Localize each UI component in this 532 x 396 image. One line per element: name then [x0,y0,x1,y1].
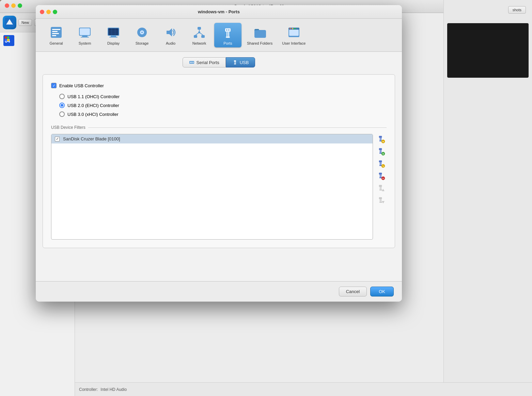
modal-content: Serial Ports USB ✓ Enable USB [36,52,402,254]
subtab-usb[interactable]: USB [226,57,255,67]
usb20-row[interactable]: USB 2.0 (EHCI) Controller [59,103,387,108]
svg-rect-19 [111,36,116,37]
svg-rect-57 [380,138,380,140]
svg-rect-81 [380,187,380,189]
svg-rect-85 [379,197,382,199]
ports-label: Ports [223,41,232,45]
audio-label: Audio [166,41,175,45]
svg-rect-37 [226,32,228,36]
enable-usb-label: Enable USB Controller [59,83,104,88]
svg-rect-10 [52,31,58,32]
svg-rect-80 [379,185,382,187]
svg-rect-9 [52,29,60,30]
subtab-serial-ports-label: Serial Ports [197,60,219,65]
toolbar-item-network[interactable]: Network [186,23,213,47]
audio-icon [163,25,178,40]
usb-settings-panel: ✓ Enable USB Controller USB 1.1 (OHCI) C… [43,74,395,248]
filter-item-1[interactable]: ✓ SanDisk Cruzer Blade [0100] [51,134,373,143]
usb11-row[interactable]: USB 1.1 (OHCI) Controller [59,94,387,99]
general-label: General [49,41,63,45]
svg-rect-63 [380,150,380,153]
svg-rect-53 [234,62,235,64]
svg-point-35 [198,31,200,33]
svg-rect-8 [51,27,62,38]
svg-point-27 [141,32,143,33]
svg-rect-62 [379,148,382,150]
storage-icon [135,25,150,40]
modal-title: windows-vm - Ports [198,9,240,14]
svg-marker-84 [382,189,385,191]
ok-button[interactable]: OK [370,287,394,296]
settings-toolbar: General System [36,19,402,52]
svg-rect-15 [82,36,88,37]
user-interface-label: User Interface [282,41,306,45]
modal-traffic-maximize[interactable] [53,10,57,14]
modal-traffic-minimize[interactable] [46,10,51,14]
svg-rect-40 [226,29,227,31]
svg-rect-54 [235,62,236,64]
svg-text:−: − [382,177,384,180]
svg-rect-83 [379,189,382,191]
cancel-button[interactable]: Cancel [339,287,367,296]
svg-rect-74 [379,173,382,174]
svg-point-47 [294,28,296,29]
svg-rect-11 [52,33,59,34]
settings-dialog: windows-vm - Ports General [36,5,402,302]
serial-ports-icon [189,60,194,65]
toolbar-item-audio[interactable]: Audio [157,23,184,47]
svg-text:+: + [382,140,384,143]
modal-overlay: windows-vm - Ports General [0,0,532,396]
modal-traffic-close[interactable] [40,10,44,14]
add-device-filter-button[interactable]: + [376,134,387,145]
toolbar-item-system[interactable]: System [71,23,98,47]
toolbar-item-shared-folders[interactable]: Shared Folders [243,23,277,47]
svg-rect-38 [228,32,229,36]
toolbar-item-display[interactable]: Display [100,23,127,47]
usb30-radio[interactable] [59,111,65,117]
svg-point-46 [292,28,293,29]
display-label: Display [107,41,120,45]
svg-rect-36 [225,28,231,32]
svg-rect-18 [108,28,119,35]
section-line [88,127,387,128]
toolbar-item-user-interface[interactable]: User Interface [278,23,310,47]
svg-rect-69 [380,162,380,165]
remove-filter-button[interactable]: − [376,171,387,182]
move-up-button[interactable] [376,183,387,194]
svg-rect-16 [81,37,89,37]
toolbar-item-general[interactable]: General [43,23,70,47]
subtab-usb-label: USB [240,60,249,65]
subtab-serial-ports[interactable]: Serial Ports [183,57,226,67]
usb11-label: USB 1.1 (OHCI) Controller [67,94,120,99]
svg-marker-89 [382,201,385,203]
modal-bottom-bar: Cancel OK [36,281,402,302]
add-empty-filter-button[interactable]: + [376,146,387,157]
svg-point-45 [290,28,291,29]
svg-rect-31 [201,35,205,38]
modal-titlebar: windows-vm - Ports [36,5,402,19]
svg-rect-39 [226,36,230,38]
toolbar-item-ports[interactable]: Ports [214,23,241,47]
enable-usb-checkbox[interactable]: ✓ [51,83,57,88]
filter-1-checkbox[interactable]: ✓ [55,137,60,141]
usb11-radio[interactable] [59,94,65,99]
usb30-label: USB 3.0 (xHCI) Controller [67,112,119,117]
usb-filters-list: ✓ SanDisk Cruzer Blade [0100] [51,134,373,240]
usb30-row[interactable]: USB 3.0 (xHCI) Controller [59,111,387,117]
usb-icon [232,60,238,65]
svg-rect-30 [194,35,197,38]
svg-rect-41 [229,29,229,31]
svg-text:+: + [382,152,384,156]
usb20-radio[interactable] [59,103,65,108]
enable-usb-row: ✓ Enable USB Controller [51,83,387,88]
svg-rect-52 [234,60,236,62]
move-down-button[interactable] [376,195,387,206]
svg-rect-43 [289,30,299,36]
edit-filter-button[interactable]: ✎ [376,158,387,169]
user-interface-icon [286,25,301,40]
svg-rect-56 [379,136,382,138]
shared-folders-icon [252,25,267,40]
subtabs-container: Serial Ports USB [43,57,395,67]
toolbar-item-storage[interactable]: Storage [128,23,156,47]
system-icon [77,25,92,40]
